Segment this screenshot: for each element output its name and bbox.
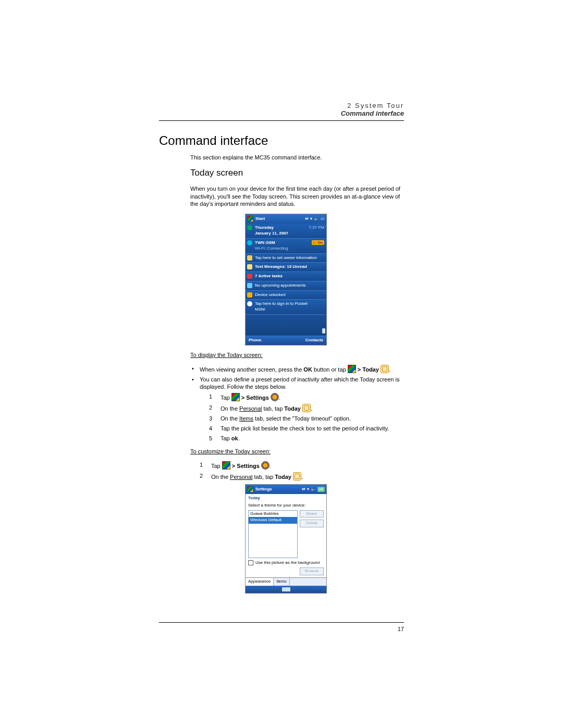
device-titlebar: Start ⇄ ▾ 🔈 ▭	[246, 214, 326, 224]
chapter-label: 2 System Tour	[159, 102, 404, 109]
keyboard-icon	[282, 587, 290, 591]
tasks-text: 7 Active tasks	[255, 274, 283, 278]
bullet-inactivity: You can also define a preset period of i…	[190, 376, 404, 442]
sip-bar	[246, 586, 326, 593]
bullet-ok: When viewing another screen, press the O…	[190, 365, 404, 374]
signal-icon: ▾	[310, 216, 312, 222]
today-icon	[381, 365, 389, 373]
document-page: 2 System Tour Command interface Command …	[0, 0, 563, 663]
display-bullets: When viewing another screen, press the O…	[190, 365, 404, 442]
theme-label: Select a theme for your device:	[246, 503, 326, 510]
checkbox-label: Use this picture as the background	[255, 560, 320, 566]
connectivity-icon: ⇄	[302, 487, 305, 492]
step-3: 3 On the Items tab, select the "Today ti…	[209, 415, 404, 423]
settings-page-title: Today	[246, 494, 326, 503]
appointments-text: No upcoming appointments	[255, 283, 305, 288]
theme-buttons: Beam Delete	[300, 510, 324, 558]
today-lead: When you turn on your device for the fir…	[190, 185, 404, 208]
cust-step-1: 1 Tap > Settings .	[200, 461, 404, 470]
body: This section explains the MC35 command i…	[190, 154, 404, 594]
today-icon	[302, 404, 311, 412]
battery-icon: ▭	[321, 216, 325, 222]
date-full: January 11, 2007	[255, 231, 288, 236]
step-1: 1 Tap > Settings .	[209, 393, 404, 402]
date-row: Thursday January 11, 2007 7:37 PM	[246, 224, 326, 238]
ok-button: ok	[317, 487, 325, 492]
calendar-icon	[247, 283, 252, 288]
lock-icon	[247, 292, 252, 298]
tasks-row: 7 Active tasks	[246, 272, 326, 281]
settings-title: Settings	[255, 487, 272, 492]
settings-icon	[261, 461, 270, 470]
beam-button: Beam	[300, 510, 324, 518]
header-rule	[159, 120, 404, 121]
messages-text: Text Messages: 13 Unread	[255, 264, 307, 269]
today-fill	[246, 314, 326, 336]
tab-appearance: Appearance	[246, 578, 274, 586]
start-flag-icon	[222, 461, 230, 470]
start-flag-icon	[348, 365, 356, 373]
messages-icon	[247, 264, 252, 269]
appointments-row: No upcoming appointments	[246, 281, 326, 290]
background-checkbox-row: Use this picture as the background	[246, 558, 326, 568]
tab-items: Items	[274, 578, 290, 586]
softkey-left: Phone	[249, 338, 261, 343]
start-flag-icon	[247, 486, 253, 492]
cust-step-2: 2 On the Personal tab, tap Today .	[200, 472, 404, 481]
start-flag-icon	[247, 216, 253, 222]
owner-text: Tap here to set owner information	[255, 255, 317, 260]
clock-icon	[247, 225, 252, 230]
owner-icon	[247, 255, 252, 261]
msn-icon	[247, 301, 252, 306]
lock-row: Device unlocked	[246, 290, 326, 300]
status-icons: ⇄ ▾ 🔈 ok	[302, 487, 325, 492]
page-number: 17	[159, 626, 404, 632]
step-4: 4Tap the pick list beside the check box …	[209, 425, 404, 433]
theme-item: Guava Bubbles	[249, 511, 297, 517]
lock-text: Device unlocked	[255, 292, 286, 297]
owner-row: Tap here to set owner information	[246, 253, 326, 263]
wifi-label: Wi-Fi: Connecting	[255, 246, 288, 251]
messages-row: Text Messages: 13 Unread	[246, 262, 326, 272]
settings-icon	[271, 393, 279, 401]
tasks-icon	[247, 274, 252, 279]
volume-icon: 🔈	[314, 216, 319, 222]
subhead-display: To display the Today screen:	[190, 352, 263, 358]
subhead-customize: To customize the Today screen:	[190, 448, 271, 454]
browse-row: Browse	[246, 567, 326, 577]
display-steps: 1 Tap > Settings . 2 On the Personal tab…	[209, 393, 404, 442]
customize-steps: 1 Tap > Settings . 2 On the Personal tab…	[200, 461, 404, 481]
date-weekday: Thursday	[255, 225, 274, 230]
checkbox-icon	[248, 560, 253, 565]
msn-row: Tap here to sign in to Pocket MSN!	[246, 299, 326, 314]
msn-text: Tap here to sign in to Pocket MSN!	[255, 301, 308, 312]
delete-button: Delete	[300, 520, 324, 527]
theme-item-selected: Windows Default	[249, 517, 297, 524]
connectivity-icon: ⇄	[305, 216, 309, 222]
today-screen-figure: Start ⇄ ▾ 🔈 ▭ Thursday January 11, 2007 …	[245, 214, 327, 346]
settings-titlebar: Settings ⇄ ▾ 🔈 ok	[246, 485, 326, 494]
step-5: 5Tap ok.	[209, 435, 404, 442]
intro-text: This section explains the MC35 command i…	[190, 154, 404, 162]
settings-screen-figure: Settings ⇄ ▾ 🔈 ok Today Select a theme f…	[245, 484, 327, 594]
volume-icon: 🔈	[311, 487, 316, 492]
settings-tabs: Appearance Items	[246, 577, 326, 586]
scroll-hint-icon	[322, 328, 325, 334]
browse-button: Browse	[300, 567, 324, 575]
signal-icon: ▾	[307, 487, 309, 492]
step-2: 2 On the Personal tab, tap Today .	[209, 404, 404, 413]
carrier-row: TWN GSM Wi-Fi: Connecting i : On	[246, 238, 326, 253]
status-icons: ⇄ ▾ 🔈 ▭	[305, 216, 325, 222]
page-title: Command interface	[159, 133, 404, 148]
start-flag-icon	[231, 393, 240, 401]
carrier-label: TWN GSM	[255, 240, 275, 245]
start-label: Start	[255, 216, 265, 222]
wifi-badge: i : On	[312, 240, 324, 245]
softkey-bar: Phone Contacts	[246, 336, 326, 345]
carrier-icon	[247, 240, 252, 245]
footer-rule	[159, 622, 404, 623]
theme-body: Guava Bubbles Windows Default Beam Delet…	[246, 510, 326, 558]
section-heading-today: Today screen	[190, 167, 404, 179]
running-header: 2 System Tour Command interface	[159, 102, 404, 117]
today-icon	[293, 472, 301, 480]
